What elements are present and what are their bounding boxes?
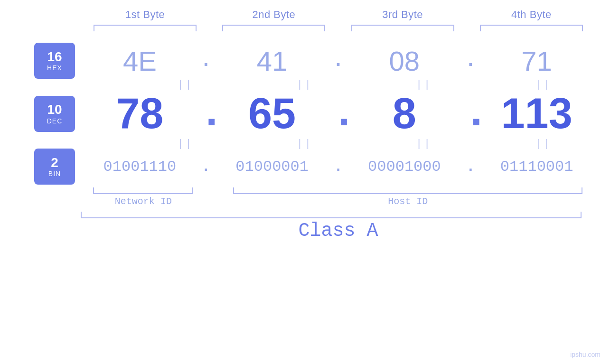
equals-row-1: || || || || bbox=[81, 79, 596, 89]
host-id-label: Host ID bbox=[220, 196, 596, 207]
hex-values: 4E . 41 . 08 . 71 bbox=[81, 45, 596, 77]
eq-1-2: || bbox=[252, 79, 357, 89]
dec-base-number: 10 bbox=[47, 103, 62, 117]
eq-1-3: || bbox=[372, 79, 477, 89]
top-bracket-3 bbox=[338, 25, 467, 31]
hex-dot-3: . bbox=[463, 50, 478, 72]
hex-dot-2: . bbox=[331, 50, 346, 72]
hex-badge: 16 HEX bbox=[34, 43, 75, 79]
dec-dot-1: . bbox=[199, 90, 213, 138]
top-brackets bbox=[81, 25, 596, 31]
hex-base-number: 16 bbox=[47, 50, 62, 65]
hex-byte-2: 41 bbox=[213, 45, 331, 77]
hex-badge-col: 16 HEX bbox=[28, 43, 81, 79]
network-id-label: Network ID bbox=[81, 196, 206, 207]
byte-header-2: 2nd Byte bbox=[209, 9, 338, 21]
dec-base-label: DEC bbox=[47, 117, 63, 125]
bin-byte-1: 01001110 bbox=[81, 158, 199, 176]
eq-1-1: || bbox=[133, 79, 238, 89]
hex-byte-1: 4E bbox=[81, 45, 199, 77]
top-bracket-2 bbox=[209, 25, 338, 31]
top-bracket-4 bbox=[467, 25, 596, 31]
dec-row: 10 DEC 78 . 65 . 8 . 113 bbox=[28, 89, 596, 138]
dec-badge-col: 10 DEC bbox=[28, 96, 81, 132]
byte-header-3: 3rd Byte bbox=[338, 9, 467, 21]
dec-byte-1: 78 bbox=[81, 89, 199, 138]
hex-row: 16 HEX 4E . 41 . 08 . 71 bbox=[28, 43, 596, 79]
class-bracket-line bbox=[81, 212, 582, 218]
bin-dot-3: . bbox=[463, 158, 478, 176]
byte-header-4: 4th Byte bbox=[467, 9, 596, 21]
host-id-bracket bbox=[220, 187, 596, 194]
bin-values: 01001110 . 01000001 . 00001000 . 0111000… bbox=[81, 158, 596, 176]
dec-dot-2: . bbox=[331, 90, 346, 138]
dec-byte-3: 8 bbox=[346, 89, 464, 138]
dec-byte-4: 113 bbox=[478, 89, 596, 138]
bin-badge-col: 2 BIN bbox=[28, 149, 81, 185]
byte-header-1: 1st Byte bbox=[81, 9, 209, 21]
eq-2-2: || bbox=[252, 138, 357, 149]
hex-dot-1: . bbox=[199, 50, 213, 72]
bottom-bracket-row bbox=[81, 187, 596, 194]
watermark: ipshu.com bbox=[570, 351, 601, 358]
bin-dot-2: . bbox=[331, 158, 346, 176]
byte-headers: 1st Byte 2nd Byte 3rd Byte 4th Byte bbox=[81, 0, 596, 21]
network-bracket-line bbox=[93, 187, 193, 194]
id-labels-row: Network ID Host ID bbox=[81, 196, 596, 207]
dec-byte-2: 65 bbox=[213, 89, 331, 138]
top-bracket-1 bbox=[81, 25, 209, 31]
main-container: 1st Byte 2nd Byte 3rd Byte 4th Byte 16 H… bbox=[0, 0, 610, 364]
eq-1-4: || bbox=[491, 79, 596, 89]
eq-2-1: || bbox=[133, 138, 238, 149]
hex-byte-4: 71 bbox=[478, 45, 596, 77]
bin-base-label: BIN bbox=[48, 170, 61, 177]
hex-byte-3: 08 bbox=[346, 45, 464, 77]
bin-byte-4: 01110001 bbox=[478, 158, 596, 176]
network-id-bracket bbox=[81, 187, 206, 194]
dec-values: 78 . 65 . 8 . 113 bbox=[81, 89, 596, 138]
bin-dot-1: . bbox=[199, 158, 213, 176]
bin-byte-2: 01000001 bbox=[213, 158, 331, 176]
host-bracket-line bbox=[233, 187, 582, 194]
equals-row-2: || || || || bbox=[81, 138, 596, 149]
bin-row: 2 BIN 01001110 . 01000001 . 00001000 . 0… bbox=[28, 149, 596, 185]
eq-2-3: || bbox=[372, 138, 477, 149]
eq-2-4: || bbox=[491, 138, 596, 149]
class-label: Class A bbox=[298, 220, 378, 242]
dec-badge: 10 DEC bbox=[34, 96, 75, 132]
bin-base-number: 2 bbox=[51, 156, 58, 170]
bin-byte-3: 00001000 bbox=[346, 158, 464, 176]
hex-base-label: HEX bbox=[47, 64, 62, 72]
bin-badge: 2 BIN bbox=[34, 149, 75, 185]
class-label-container: Class A bbox=[81, 220, 596, 242]
class-bracket-row bbox=[81, 212, 582, 218]
dec-dot-3: . bbox=[463, 90, 478, 138]
